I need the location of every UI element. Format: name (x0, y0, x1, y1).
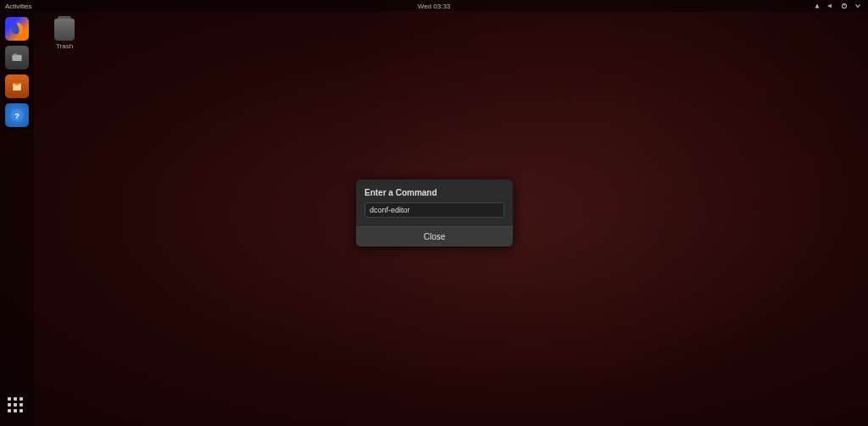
activities-button[interactable]: Activities (0, 3, 32, 10)
sound-icon (827, 3, 834, 9)
firefox-icon (9, 21, 25, 36)
network-icon (814, 3, 821, 9)
dock-item-firefox[interactable] (5, 17, 29, 41)
trash-label: Trash (49, 42, 80, 50)
dialog-title: Enter a Command (364, 188, 504, 197)
svg-rect-4 (14, 53, 17, 55)
files-icon (10, 51, 24, 64)
power-icon (841, 3, 848, 9)
dock: ? (0, 12, 34, 426)
svg-text:?: ? (14, 111, 19, 120)
dock-item-files[interactable] (5, 46, 29, 69)
svg-rect-3 (12, 55, 21, 61)
system-indicators[interactable] (814, 3, 868, 9)
close-button[interactable]: Close (356, 226, 513, 246)
software-icon (10, 80, 24, 93)
command-input[interactable] (364, 202, 504, 218)
topbar: Activities Wed 03:33 (0, 0, 868, 12)
help-icon: ? (9, 108, 25, 123)
dock-item-software[interactable] (5, 75, 29, 98)
run-command-dialog: Enter a Command Close (356, 180, 513, 246)
show-applications-button[interactable] (8, 397, 26, 416)
trash-icon (54, 19, 75, 41)
clock[interactable]: Wed 03:33 (418, 3, 451, 10)
dock-item-help[interactable]: ? (5, 103, 29, 127)
desktop-icon-trash[interactable]: Trash (49, 19, 80, 50)
chevron-down-icon (854, 3, 861, 9)
